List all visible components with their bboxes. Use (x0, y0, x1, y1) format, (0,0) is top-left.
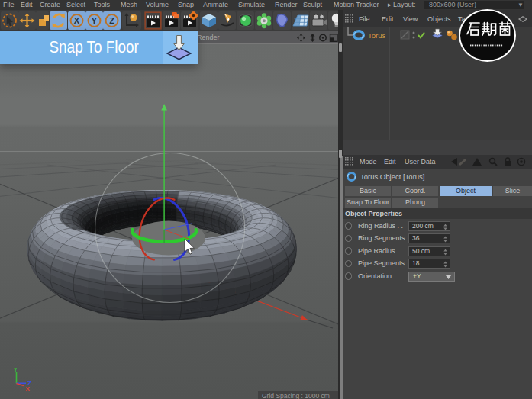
svg-text:Y: Y (14, 366, 18, 373)
svg-text:X: X (26, 385, 31, 392)
svg-text:Torus: Torus (368, 31, 385, 40)
svg-text:X: X (74, 16, 80, 25)
svg-text:Z: Z (109, 16, 114, 25)
svg-text:Y: Y (92, 16, 98, 25)
svg-text:Grid Spacing : 1000 cm: Grid Spacing : 1000 cm (262, 392, 330, 399)
